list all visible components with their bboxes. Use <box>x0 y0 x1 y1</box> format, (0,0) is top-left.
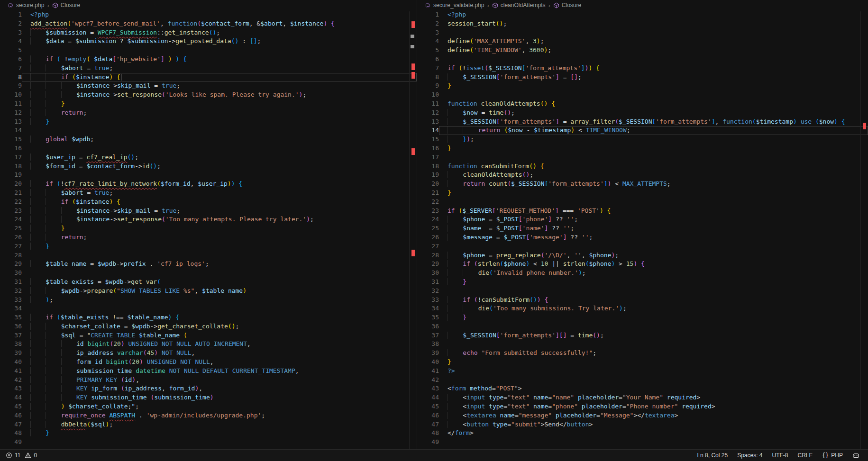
code-line[interactable]: 38 id bigint(20) UNSIGNED NOT NULL AUTO_… <box>0 340 417 349</box>
code-area[interactable]: 1<?php2add_action('wpcf7_before_send_mai… <box>0 10 417 447</box>
code-line[interactable]: 21} <box>417 189 868 198</box>
code-line[interactable]: 16} <box>417 144 868 153</box>
code-line[interactable]: 2session_start(); <box>417 19 868 28</box>
code-line[interactable]: 46 require_once ABSPATH . 'wp-admin/incl… <box>0 411 417 420</box>
code-line[interactable]: 8 $_SESSION['form_attempts'] = []; <box>417 73 868 82</box>
code-line[interactable]: 19 cleanOldAttempts(); <box>417 171 868 180</box>
code-line[interactable]: 42 <box>417 376 868 385</box>
code-line[interactable]: 23 $instance->skip_mail = true; <box>0 207 417 216</box>
problems-indicator[interactable]: 11 0 <box>3 450 40 461</box>
code-line[interactable]: 10 $instance->set_response('Looks like s… <box>0 90 417 99</box>
code-line[interactable]: 44 KEY submission_time (submission_time) <box>0 393 417 402</box>
code-line[interactable]: 1<?php <box>417 10 868 19</box>
code-line[interactable]: 48</form> <box>417 429 868 438</box>
code-line[interactable]: 30 die('Invalid phone number.'); <box>417 269 868 278</box>
language-mode[interactable]: {} PHP <box>819 450 846 461</box>
copilot-icon[interactable] <box>850 450 862 461</box>
code-line[interactable]: 22 <box>417 198 868 207</box>
code-line[interactable]: 16 <box>0 144 417 153</box>
code-line[interactable]: 17 <box>417 153 868 162</box>
code-line[interactable]: 41 submission_time datetime NOT NULL DEF… <box>0 367 417 376</box>
code-line[interactable]: 19 <box>0 171 417 180</box>
code-line[interactable]: 25 } <box>0 224 417 233</box>
breadcrumb-item[interactable]: Closure <box>553 2 581 9</box>
code-area[interactable]: 1<?php2session_start();34define('MAX_ATT… <box>417 10 868 447</box>
code-line[interactable]: 6 <box>417 55 868 64</box>
cursor-position[interactable]: Ln 8, Col 25 <box>694 450 731 461</box>
code-line[interactable]: 35 if ($table_exists !== $table_name) { <box>0 313 417 322</box>
code-line[interactable]: 18 $form_id = $contact_form->id(); <box>0 162 417 171</box>
code-line[interactable]: 13 $_SESSION['form_attempts'] = array_fi… <box>417 118 868 127</box>
code-line[interactable]: 7if (!isset($_SESSION['form_attempts']))… <box>417 64 868 73</box>
code-line[interactable]: 36 $charset_collate = $wpdb->get_charset… <box>0 322 417 331</box>
code-line[interactable]: 11 } <box>0 99 417 108</box>
code-line[interactable]: 39 echo "Form submitted successfully!"; <box>417 349 868 358</box>
code-line[interactable]: 47 dbDelta($sql); <box>0 420 417 429</box>
code-line[interactable]: 15 global $wpdb; <box>0 135 417 144</box>
breadcrumb-item[interactable]: secure.php <box>8 2 44 9</box>
code-line[interactable]: 41?> <box>417 367 868 376</box>
code-line[interactable]: 25 $name = $_POST['name'] ?? ''; <box>417 224 868 233</box>
code-line[interactable]: 27 <box>417 242 868 251</box>
code-line[interactable]: 31 $table_exists = $wpdb->get_var( <box>0 278 417 287</box>
code-line[interactable]: 43 KEY ip_form (ip_address, form_id), <box>0 384 417 393</box>
code-line[interactable]: 30 <box>0 269 417 278</box>
code-line[interactable]: 1<?php <box>0 10 417 19</box>
code-line[interactable]: 29 $table_name = $wpdb->prefix . 'cf7_ip… <box>0 260 417 269</box>
code-line[interactable]: 45 ) $charset_collate;"; <box>0 402 417 411</box>
code-line[interactable]: 4 $data = $submission ? $submission->get… <box>0 37 417 46</box>
code-line[interactable]: 43<form method="POST"> <box>417 384 868 393</box>
code-line[interactable]: 33 ); <box>0 296 417 305</box>
code-line[interactable]: 15 }); <box>417 135 868 144</box>
code-line[interactable]: 39 ip_address varchar(45) NOT NULL, <box>0 349 417 358</box>
code-line[interactable]: 48 } <box>0 429 417 438</box>
code-line[interactable]: 23if ($_SERVER['REQUEST_METHOD'] === 'PO… <box>417 207 868 216</box>
code-line[interactable]: 9 $instance->skip_mail = true; <box>0 81 417 90</box>
code-line[interactable]: 24 $phone = $_POST['phone'] ?? ''; <box>417 215 868 224</box>
code-line[interactable]: 40} <box>417 358 868 367</box>
code-line[interactable]: 4define('MAX_ATTEMPTS', 3); <box>417 37 868 46</box>
code-line[interactable]: 22 if ($instance) { <box>0 198 417 207</box>
code-line[interactable]: 37 $_SESSION['form_attempts'][] = time()… <box>417 331 868 340</box>
code-line[interactable]: 13 } <box>0 118 417 127</box>
code-line[interactable]: 18function canSubmitForm() { <box>417 162 868 171</box>
breadcrumb-item[interactable]: secure_validate.php <box>425 2 484 9</box>
code-line[interactable]: 3 <box>417 28 868 37</box>
code-line[interactable]: 3 $submission = WPCF7_Submission::get_in… <box>0 28 417 37</box>
code-line[interactable]: 5define('TIME_WINDOW', 3600); <box>417 46 868 55</box>
overview-ruler[interactable] <box>860 11 868 449</box>
code-line[interactable]: 33 if (!canSubmitForm()) { <box>417 296 868 305</box>
code-line[interactable]: 9} <box>417 81 868 90</box>
code-line[interactable]: 29 if (strlen($phone) < 10 || strlen($ph… <box>417 260 868 269</box>
code-line[interactable]: 12 $now = time(); <box>417 108 868 118</box>
code-line[interactable]: 49 <box>417 438 868 447</box>
code-line[interactable]: 32 $wpdb->prepare("SHOW TABLES LIKE %s",… <box>0 287 417 296</box>
code-line[interactable]: 34 die('Too many submissions. Try later.… <box>417 304 868 313</box>
code-line[interactable]: 35 } <box>417 313 868 322</box>
code-line[interactable]: 12 return; <box>0 108 417 118</box>
overview-ruler[interactable] <box>409 11 417 449</box>
breadcrumb[interactable]: secure_validate.php›cleanOldAttempts›Clo… <box>417 0 868 10</box>
code-line[interactable]: 7 $abort = true; <box>0 64 417 73</box>
code-line[interactable]: 24 $instance->set_response('Too many att… <box>0 215 417 224</box>
code-line[interactable]: 40 form_id bigint(20) UNSIGNED NOT NULL, <box>0 358 417 367</box>
code-line[interactable]: 14 return ($now - $timestamp) < TIME_WIN… <box>417 126 868 135</box>
code-line[interactable]: 49 <box>0 438 417 447</box>
code-line[interactable]: 37 $sql = "CREATE TABLE $table_name ( <box>0 331 417 340</box>
indentation-setting[interactable]: Spaces: 4 <box>734 450 765 461</box>
code-line[interactable]: 38 <box>417 340 868 349</box>
code-line[interactable]: 28 <box>0 251 417 260</box>
code-line[interactable]: 14 <box>0 126 417 135</box>
breadcrumb[interactable]: secure.php›Closure <box>0 0 417 10</box>
code-line[interactable]: 32 <box>417 287 868 296</box>
code-line[interactable]: 2add_action('wpcf7_before_send_mail', fu… <box>0 19 417 28</box>
encoding-setting[interactable]: UTF-8 <box>769 450 791 461</box>
code-line[interactable]: 20 return count($_SESSION['form_attempts… <box>417 180 868 189</box>
code-line[interactable]: 20 if (!cf7_rate_limit_by_network($form_… <box>0 180 417 189</box>
code-line[interactable]: 46 <textarea name="message" placeholder=… <box>417 411 868 420</box>
code-line[interactable]: 10 <box>417 90 868 99</box>
breadcrumb-item[interactable]: Closure <box>52 2 80 9</box>
code-line[interactable]: 36 <box>417 322 868 331</box>
code-line[interactable]: 45 <input type="text" name="phone" place… <box>417 402 868 411</box>
code-line[interactable]: 26 $message = $_POST['message'] ?? ''; <box>417 233 868 242</box>
